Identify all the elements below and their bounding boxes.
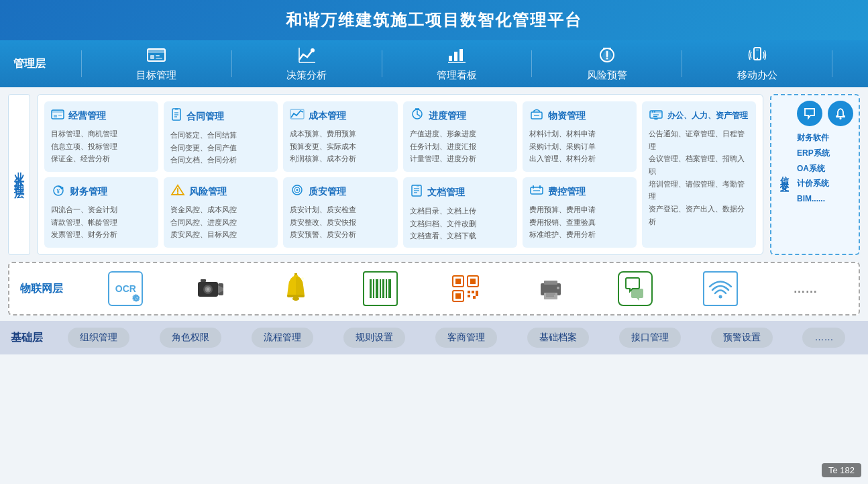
nav-item-dashboard[interactable]: 管理看板 [426,42,488,86]
iot-item-more[interactable]: …… [788,271,823,306]
progress-desc: 产值进度、形象进度任务计划、进度汇报计量管理、进度分析 [410,128,510,165]
nav-separator [231,50,232,77]
svg-point-61 [207,288,209,291]
main-area: 业务处理层 经营管理 目标管理、商机管理信息立项、投标管理保证金、经营分析 合同… [0,87,868,262]
cost-desc: 成本预算、费用预算预算变更、实际成本利润核算、成本分析 [290,128,390,165]
svg-rect-78 [455,279,461,284]
module-quality[interactable]: 质安管理 质安计划、质安检查质安整改、质安快报质安预警、质安分析 [283,177,397,248]
iot-item-qr[interactable] [448,271,483,306]
foundation-item-interface[interactable]: 接口管理 [619,328,681,348]
foundation-item-role[interactable]: 角色权限 [160,328,221,348]
quality-icon [290,184,305,199]
material-desc: 材料计划、材料申请采购计划、采购订单出入管理、材料分析 [529,128,630,165]
office-desc: 公告通知、证章管理、日程管理会议管理、档案管理、招聘入职培训管理、请假管理、考勤… [649,128,749,228]
svg-rect-22 [58,115,62,116]
ocr-icon: OCR ⚙ [108,271,143,306]
svg-rect-88 [476,293,478,296]
svg-rect-1 [148,49,165,53]
module-risk[interactable]: 风险管理 资金风控、成本风控合同风控、进度风控质安风控、目标风控 [164,177,278,248]
iot-item-wifi[interactable] [703,271,738,306]
foundation-item-alert[interactable]: 预警设置 [711,328,773,348]
foundation-item-workflow[interactable]: 流程管理 [252,328,313,348]
iot-item-ocr[interactable]: OCR ⚙ [108,271,143,306]
module-office[interactable]: 办公、人力、资产管理 公告通知、证章管理、日程管理会议管理、档案管理、招聘入职培… [642,101,756,248]
nav-separator [832,50,832,77]
svg-rect-84 [472,291,474,293]
risk-icon [597,46,617,68]
contract-icon [170,108,182,125]
svg-rect-86 [468,295,470,297]
dashboard-icon [447,46,467,68]
qr-icon [448,271,483,306]
svg-point-94 [557,287,559,289]
iot-item-camera[interactable] [193,271,228,306]
iot-item-chat[interactable] [618,271,653,306]
iot-icons: OCR ⚙ [83,271,848,306]
chat-icon [618,271,653,306]
cost-icon [290,108,305,124]
svg-rect-83 [468,291,470,293]
biz-layer-label: 业务处理层 [8,94,30,255]
svg-rect-87 [473,296,476,299]
svg-rect-62 [201,279,206,282]
nav-item-target[interactable]: 目标管理 [125,42,187,86]
document-icon [410,184,423,201]
exchange-link-list: 财务软件 ERP系统 OA系统 计价系统 BIM...... [797,130,853,207]
nav-item-risk[interactable]: 风险预警 [576,42,638,86]
wifi-icon [703,271,738,306]
svg-rect-18 [756,50,759,50]
risk-mgmt-icon [170,184,185,199]
svg-rect-80 [470,279,476,284]
nav-separator [382,50,382,77]
module-progress[interactable]: 进度管理 产值进度、形象进度任务计划、进度汇报计量管理、进度分析 [403,101,517,172]
office-icon [649,108,663,124]
contract-desc: 合同签定、合同结算合同变更、合同产值合同文档、合同分析 [170,129,271,166]
module-expense[interactable]: 费控管理 费用预算、费用申请费用报销、查重验真标准维护、费用分析 [523,177,637,248]
module-document[interactable]: 文档管理 文档目录、文档上传文档归档、文件改删文档查看、文档下载 [403,177,517,248]
nav-item-mobile[interactable]: 移动办公 [726,42,788,86]
foundation-item-org[interactable]: 组织管理 [68,328,129,348]
exchange-content: 财务软件 ERP系统 OA系统 计价系统 BIM...... [797,101,853,248]
exchange-icons-row [797,101,853,126]
iot-item-bell[interactable] [278,271,313,306]
foundation-item-more[interactable]: …… [802,328,845,348]
exchange-module: 信息交互 财务软件 ERP系统 OA系统 计价系统 BIM...... [770,94,860,255]
expense-desc: 费用预算、费用申请费用报销、查重验真标准维护、费用分析 [529,203,630,241]
progress-icon [410,108,425,124]
svg-rect-9 [454,52,457,61]
svg-rect-70 [370,279,372,298]
svg-point-17 [757,57,758,58]
foundation-layer-label: 基础层 [11,331,43,345]
material-icon [529,108,544,124]
operation-desc: 目标管理、商机管理信息立项、投标管理保证金、经营分析 [51,128,152,165]
nav-item-decision[interactable]: 决策分析 [276,42,337,86]
operation-icon [51,108,64,124]
mobile-icon [747,46,767,68]
exchange-chat-icon[interactable] [797,101,822,126]
foundation-item-vendor[interactable]: 客商管理 [435,328,497,348]
module-finance[interactable]: ¥ 财务管理 四流合一、资金计划请款管理、帐龄管理发票管理、财务分析 [44,177,158,248]
module-cost[interactable]: 成本管理 成本预算、费用预算预算变更、实际成本利润核算、成本分析 [283,101,397,172]
exchange-notify-icon[interactable] [828,101,853,126]
module-contract[interactable]: 合同管理 合同签定、合同结算合同变更、合同产值合同文档、合同分析 [164,101,278,172]
mgmt-layer-label: 管理层 [13,57,46,71]
svg-point-5 [311,48,315,52]
risk-desc: 资金风控、成本风控合同风控、进度风控质安风控、目标风控 [170,203,271,241]
svg-point-66 [292,297,299,301]
exchange-label: 信息交互 [777,101,792,248]
foundation-item-rules[interactable]: 规则设置 [343,328,405,348]
quality-desc: 质安计划、质安检查质安整改、质安快报质安预警、质安分析 [290,203,390,241]
svg-rect-85 [476,291,478,293]
management-nav: 管理层 目标管理 决策分析 管理看板 风险 [0,40,868,87]
svg-point-14 [606,57,608,59]
svg-rect-4 [156,58,162,59]
svg-rect-90 [544,281,557,285]
module-operation[interactable]: 经营管理 目标管理、商机管理信息立项、投标管理保证金、经营分析 [44,101,158,172]
svg-point-95 [718,295,722,299]
iot-item-barcode[interactable] [363,271,398,306]
foundation-item-archive[interactable]: 基础档案 [527,328,589,348]
module-material[interactable]: 物资管理 材料计划、材料申请采购计划、采购订单出入管理、材料分析 [523,101,637,172]
iot-item-printer[interactable] [533,271,568,306]
svg-rect-20 [52,110,64,113]
svg-rect-21 [54,115,57,117]
